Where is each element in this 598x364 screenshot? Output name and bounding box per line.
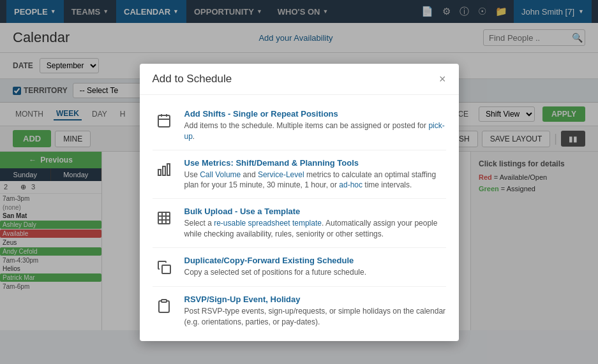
modal-item-duplicate[interactable]: Duplicate/Copy-Forward Existing Schedule…: [153, 248, 446, 287]
add-shifts-desc: Add items to the schedule. Multiple item…: [184, 120, 446, 142]
duplicate-title: Duplicate/Copy-Forward Existing Schedule: [184, 256, 446, 265]
modal-item-bulk-upload[interactable]: Bulk Upload - Use a Template Select a re…: [153, 199, 446, 248]
ad-hoc-link[interactable]: ad-hoc: [339, 180, 363, 189]
modal-title: Add to Schedule: [153, 73, 232, 85]
modal-item-use-metrics[interactable]: Use Metrics: Shift/Demand & Planning Too…: [153, 150, 446, 200]
svg-rect-12: [162, 265, 170, 273]
rsvp-title: RSVP/Sign-Up Event, Holiday: [184, 295, 446, 304]
svg-rect-4: [158, 170, 161, 175]
bulk-upload-content: Bulk Upload - Use a Template Select a re…: [184, 207, 446, 240]
svg-rect-13: [161, 300, 167, 302]
modal-close-button[interactable]: ×: [439, 73, 446, 85]
spreadsheet-link[interactable]: re-usable spreadsheet template: [214, 219, 322, 228]
add-to-schedule-modal: Add to Schedule × Add Shifts - Single or…: [140, 64, 459, 330]
modal-overlay: Add to Schedule × Add Shifts - Single or…: [0, 0, 598, 330]
svg-rect-6: [167, 164, 170, 175]
table-icon: [153, 207, 176, 229]
svg-rect-7: [158, 212, 170, 224]
bulk-upload-desc: Select a re-usable spreadsheet template.…: [184, 218, 446, 240]
calendar-icon: [153, 109, 176, 132]
modal-item-rsvp[interactable]: RSVP/Sign-Up Event, Holiday Post RSVP-ty…: [153, 287, 446, 330]
add-shifts-content: Add Shifts - Single or Repeat Positions …: [184, 109, 446, 142]
svg-rect-0: [158, 115, 170, 127]
duplicate-content: Duplicate/Copy-Forward Existing Schedule…: [184, 256, 446, 278]
add-shifts-title: Add Shifts - Single or Repeat Positions: [184, 109, 446, 119]
modal-header: Add to Schedule ×: [140, 64, 459, 95]
rsvp-desc: Post RSVP-type events, sign-up/requests,…: [184, 306, 446, 328]
modal-body: Add Shifts - Single or Repeat Positions …: [140, 95, 459, 330]
pick-up-link[interactable]: pick-up: [184, 121, 445, 141]
copy-icon: [153, 256, 176, 279]
use-metrics-title: Use Metrics: Shift/Demand & Planning Too…: [184, 158, 446, 168]
clipboard-icon: [153, 295, 176, 317]
modal-item-add-shifts[interactable]: Add Shifts - Single or Repeat Positions …: [153, 101, 446, 150]
svg-rect-5: [163, 166, 165, 175]
rsvp-content: RSVP/Sign-Up Event, Holiday Post RSVP-ty…: [184, 295, 446, 328]
bulk-upload-title: Bulk Upload - Use a Template: [184, 207, 446, 216]
call-volume-link[interactable]: Call Volume: [200, 170, 241, 179]
bar-chart-icon: [153, 158, 176, 181]
service-level-link[interactable]: Service-Level: [258, 170, 304, 179]
duplicate-desc: Copy a selected set of positions for a f…: [184, 267, 446, 278]
use-metrics-desc: Use Call Volume and Service-Level metric…: [184, 170, 446, 191]
use-metrics-content: Use Metrics: Shift/Demand & Planning Too…: [184, 158, 446, 191]
